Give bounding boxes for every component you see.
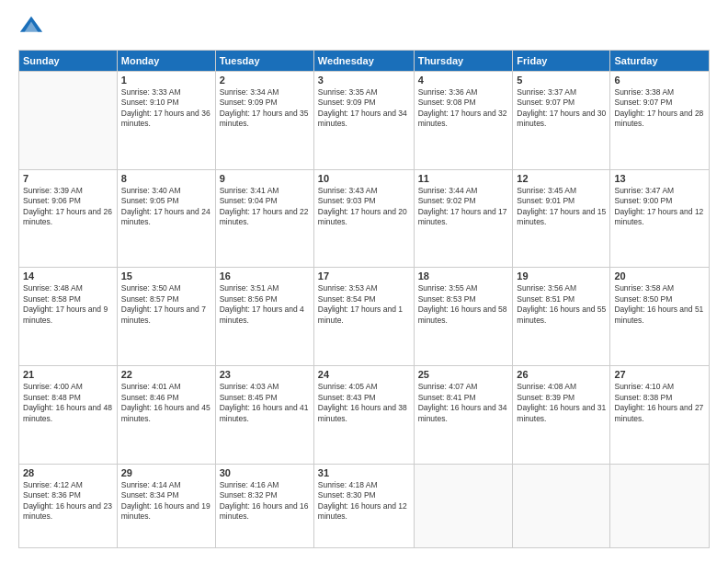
day-header-thursday: Thursday — [414, 51, 513, 72]
day-info: Sunrise: 4:00 AMSunset: 8:48 PMDaylight:… — [23, 382, 113, 424]
day-header-saturday: Saturday — [610, 51, 710, 72]
calendar-cell: 7 Sunrise: 3:39 AMSunset: 9:06 PMDayligh… — [19, 169, 118, 268]
calendar-cell: 24 Sunrise: 4:05 AMSunset: 8:43 PMDaylig… — [313, 366, 414, 465]
day-info: Sunrise: 3:44 AMSunset: 9:02 PMDaylight:… — [418, 186, 509, 228]
day-number: 12 — [517, 173, 606, 184]
day-info: Sunrise: 3:53 AMSunset: 8:54 PMDaylight:… — [318, 283, 410, 326]
day-info: Sunrise: 3:38 AMSunset: 9:07 PMDaylight:… — [614, 87, 705, 130]
day-info: Sunrise: 3:51 AMSunset: 8:56 PMDaylight:… — [220, 283, 310, 326]
calendar-cell: 28 Sunrise: 4:12 AMSunset: 8:36 PMDaylig… — [19, 464, 118, 547]
calendar-cell — [513, 464, 610, 547]
day-info: Sunrise: 4:16 AMSunset: 8:32 PMDaylight:… — [220, 480, 310, 523]
calendar-header-row: SundayMondayTuesdayWednesdayThursdayFrid… — [19, 51, 710, 72]
day-info: Sunrise: 3:47 AMSunset: 9:00 PMDaylight:… — [614, 186, 705, 228]
day-header-monday: Monday — [117, 51, 215, 72]
day-number: 30 — [220, 467, 310, 478]
calendar-cell: 30 Sunrise: 4:16 AMSunset: 8:32 PMDaylig… — [215, 464, 313, 547]
week-row-2: 14 Sunrise: 3:48 AMSunset: 8:58 PMDaylig… — [19, 268, 710, 366]
day-number: 14 — [23, 270, 113, 282]
day-header-wednesday: Wednesday — [313, 51, 414, 72]
day-info: Sunrise: 3:58 AMSunset: 8:50 PMDaylight:… — [614, 283, 705, 326]
calendar-cell: 2 Sunrise: 3:34 AMSunset: 9:09 PMDayligh… — [215, 72, 313, 170]
week-row-0: 1 Sunrise: 3:33 AMSunset: 9:10 PMDayligh… — [19, 72, 710, 170]
day-info: Sunrise: 3:50 AMSunset: 8:57 PMDaylight:… — [121, 283, 211, 326]
calendar-cell: 17 Sunrise: 3:53 AMSunset: 8:54 PMDaylig… — [313, 268, 414, 366]
week-row-1: 7 Sunrise: 3:39 AMSunset: 9:06 PMDayligh… — [19, 169, 710, 268]
day-info: Sunrise: 4:07 AMSunset: 8:41 PMDaylight:… — [418, 382, 509, 424]
day-number: 28 — [23, 467, 113, 478]
day-info: Sunrise: 4:08 AMSunset: 8:39 PMDaylight:… — [517, 382, 606, 424]
calendar-cell: 11 Sunrise: 3:44 AMSunset: 9:02 PMDaylig… — [414, 169, 513, 268]
calendar-cell: 13 Sunrise: 3:47 AMSunset: 9:00 PMDaylig… — [610, 169, 710, 268]
day-info: Sunrise: 3:35 AMSunset: 9:09 PMDaylight:… — [318, 87, 410, 130]
day-info: Sunrise: 4:03 AMSunset: 8:45 PMDaylight:… — [220, 382, 310, 424]
day-number: 4 — [418, 75, 509, 86]
calendar-cell: 21 Sunrise: 4:00 AMSunset: 8:48 PMDaylig… — [19, 366, 118, 465]
calendar-cell: 10 Sunrise: 3:43 AMSunset: 9:03 PMDaylig… — [313, 169, 414, 268]
day-number: 18 — [418, 270, 509, 282]
day-info: Sunrise: 3:34 AMSunset: 9:09 PMDaylight:… — [220, 87, 310, 130]
calendar-cell: 27 Sunrise: 4:10 AMSunset: 8:38 PMDaylig… — [610, 366, 710, 465]
day-number: 9 — [220, 173, 310, 184]
calendar-cell: 3 Sunrise: 3:35 AMSunset: 9:09 PMDayligh… — [313, 72, 414, 170]
calendar-cell: 16 Sunrise: 3:51 AMSunset: 8:56 PMDaylig… — [215, 268, 313, 366]
day-info: Sunrise: 3:43 AMSunset: 9:03 PMDaylight:… — [318, 186, 410, 228]
week-row-4: 28 Sunrise: 4:12 AMSunset: 8:36 PMDaylig… — [19, 464, 710, 547]
day-number: 19 — [517, 270, 606, 282]
calendar-cell: 5 Sunrise: 3:37 AMSunset: 9:07 PMDayligh… — [513, 72, 610, 170]
calendar-cell: 6 Sunrise: 3:38 AMSunset: 9:07 PMDayligh… — [610, 72, 710, 170]
day-header-sunday: Sunday — [19, 51, 118, 72]
calendar-cell: 4 Sunrise: 3:36 AMSunset: 9:08 PMDayligh… — [414, 72, 513, 170]
day-number: 13 — [614, 173, 705, 184]
day-number: 7 — [23, 173, 113, 184]
calendar-cell: 20 Sunrise: 3:58 AMSunset: 8:50 PMDaylig… — [610, 268, 710, 366]
day-number: 3 — [318, 75, 410, 86]
day-info: Sunrise: 3:40 AMSunset: 9:05 PMDaylight:… — [121, 186, 211, 228]
day-info: Sunrise: 3:36 AMSunset: 9:08 PMDaylight:… — [418, 87, 509, 130]
day-number: 27 — [614, 369, 705, 380]
day-info: Sunrise: 3:56 AMSunset: 8:51 PMDaylight:… — [517, 283, 606, 326]
day-number: 17 — [318, 270, 410, 282]
calendar-cell — [414, 464, 513, 547]
calendar-cell: 15 Sunrise: 3:50 AMSunset: 8:57 PMDaylig… — [117, 268, 215, 366]
day-info: Sunrise: 4:05 AMSunset: 8:43 PMDaylight:… — [318, 382, 410, 424]
calendar-cell: 9 Sunrise: 3:41 AMSunset: 9:04 PMDayligh… — [215, 169, 313, 268]
day-number: 15 — [121, 270, 211, 282]
day-info: Sunrise: 4:14 AMSunset: 8:34 PMDaylight:… — [121, 480, 211, 523]
calendar-cell: 12 Sunrise: 3:45 AMSunset: 9:01 PMDaylig… — [513, 169, 610, 268]
day-number: 5 — [517, 75, 606, 86]
day-info: Sunrise: 4:12 AMSunset: 8:36 PMDaylight:… — [23, 480, 113, 523]
calendar-cell: 19 Sunrise: 3:56 AMSunset: 8:51 PMDaylig… — [513, 268, 610, 366]
day-header-friday: Friday — [513, 51, 610, 72]
day-number: 21 — [23, 369, 113, 380]
calendar-cell — [610, 464, 710, 547]
logo-icon — [18, 15, 44, 40]
day-number: 31 — [318, 467, 410, 478]
calendar-cell — [19, 72, 118, 170]
calendar-cell: 26 Sunrise: 4:08 AMSunset: 8:39 PMDaylig… — [513, 366, 610, 465]
calendar-cell: 22 Sunrise: 4:01 AMSunset: 8:46 PMDaylig… — [117, 366, 215, 465]
day-header-tuesday: Tuesday — [215, 51, 313, 72]
calendar-cell: 14 Sunrise: 3:48 AMSunset: 8:58 PMDaylig… — [19, 268, 118, 366]
day-info: Sunrise: 3:33 AMSunset: 9:10 PMDaylight:… — [121, 87, 211, 130]
day-number: 26 — [517, 369, 606, 380]
day-info: Sunrise: 3:41 AMSunset: 9:04 PMDaylight:… — [220, 186, 310, 228]
day-info: Sunrise: 4:01 AMSunset: 8:46 PMDaylight:… — [121, 382, 211, 424]
day-number: 11 — [418, 173, 509, 184]
day-info: Sunrise: 3:37 AMSunset: 9:07 PMDaylight:… — [517, 87, 606, 130]
day-info: Sunrise: 3:55 AMSunset: 8:53 PMDaylight:… — [418, 283, 509, 326]
logo — [18, 15, 48, 40]
calendar-cell: 31 Sunrise: 4:18 AMSunset: 8:30 PMDaylig… — [313, 464, 414, 547]
day-number: 16 — [220, 270, 310, 282]
header — [18, 15, 710, 40]
day-number: 23 — [220, 369, 310, 380]
day-info: Sunrise: 3:48 AMSunset: 8:58 PMDaylight:… — [23, 283, 113, 326]
calendar-cell: 23 Sunrise: 4:03 AMSunset: 8:45 PMDaylig… — [215, 366, 313, 465]
day-number: 8 — [121, 173, 211, 184]
day-info: Sunrise: 4:18 AMSunset: 8:30 PMDaylight:… — [318, 480, 410, 523]
calendar-cell: 8 Sunrise: 3:40 AMSunset: 9:05 PMDayligh… — [117, 169, 215, 268]
day-info: Sunrise: 3:45 AMSunset: 9:01 PMDaylight:… — [517, 186, 606, 228]
day-number: 6 — [614, 75, 705, 86]
day-number: 29 — [121, 467, 211, 478]
day-info: Sunrise: 3:39 AMSunset: 9:06 PMDaylight:… — [23, 186, 113, 228]
